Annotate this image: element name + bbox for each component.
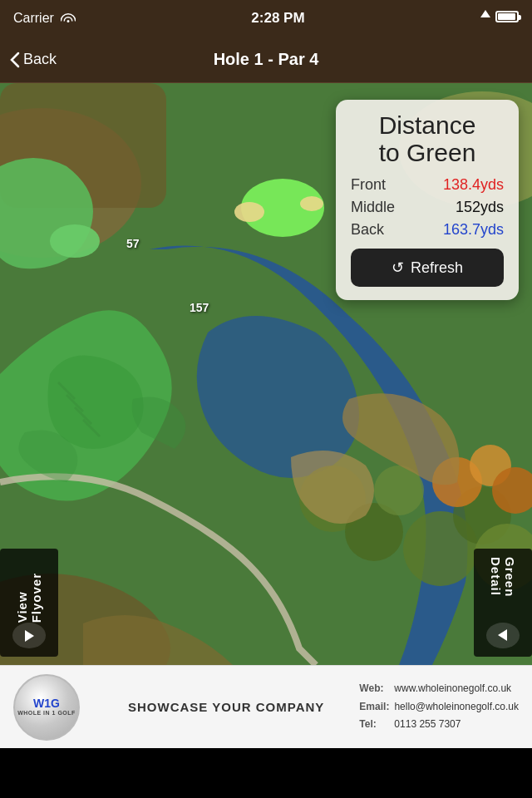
email-label: Email:	[359, 698, 389, 717]
map-area: 57 157 Distanceto Green Front 138.4yds M…	[0, 83, 532, 665]
location-icon	[480, 10, 490, 27]
distance-title: Distanceto Green	[351, 111, 504, 166]
back-distance-row: Back 163.7yds	[351, 221, 504, 239]
bottom-buttons: View Flyover Green Detail	[0, 549, 532, 665]
back-label: Back	[351, 221, 384, 239]
front-distance-row: Front 138.4yds	[351, 176, 504, 194]
carrier-label: Carrier	[13, 11, 54, 26]
footer: W1G WHOLE IN 1 GOLF SHOWCASE YOUR COMPAN…	[0, 665, 532, 748]
back-label: Back	[23, 51, 57, 68]
middle-label: Middle	[351, 199, 395, 216]
footer-contact: Web: www.wholeinonegolf.co.uk Email: hel…	[359, 680, 519, 734]
play-icon	[12, 623, 46, 648]
logo-sub: WHOLE IN 1 GOLF	[17, 710, 76, 717]
nav-title: Hole 1 - Par 4	[214, 50, 319, 69]
refresh-button[interactable]: ↺ Refresh	[351, 249, 504, 287]
logo-w1g: W1G	[17, 697, 76, 710]
green-detail-label: Green Detail	[489, 557, 517, 623]
svg-marker-18	[498, 629, 507, 641]
back-button[interactable]: Back	[10, 51, 57, 68]
wifi-icon	[61, 11, 76, 26]
svg-marker-17	[25, 630, 34, 642]
refresh-label: Refresh	[411, 259, 463, 277]
svg-point-7	[300, 196, 323, 211]
back-value: 163.7yds	[443, 221, 504, 239]
middle-distance-row: Middle 152yds	[351, 199, 504, 216]
nav-bar: Back Hole 1 - Par 4	[0, 37, 532, 83]
tel-label: Tel:	[359, 716, 389, 734]
footer-tagline: SHOWCASE YOUR COMPANY	[93, 700, 359, 714]
front-value: 138.4yds	[443, 176, 504, 194]
view-flyover-button[interactable]: View Flyover	[0, 549, 58, 657]
green-detail-button[interactable]: Green Detail	[474, 549, 532, 657]
footer-logo: W1G WHOLE IN 1 GOLF	[13, 674, 80, 741]
flyover-label: View Flyover	[15, 557, 43, 623]
status-bar: Carrier 2:28 PM	[0, 0, 532, 37]
battery-icon	[495, 11, 519, 26]
svg-point-4	[50, 224, 100, 258]
web-label: Web:	[359, 680, 389, 698]
status-time: 2:28 PM	[251, 10, 304, 27]
left-arrow-icon	[486, 623, 520, 648]
middle-value: 152yds	[456, 199, 504, 216]
refresh-icon: ↺	[392, 259, 404, 277]
email-value: hello@wholeinonegolf.co.uk	[394, 698, 519, 717]
yardage-157: 157	[190, 301, 209, 314]
web-value: www.wholeinonegolf.co.uk	[394, 680, 511, 698]
svg-point-6	[234, 202, 264, 222]
tel-value: 0113 255 7307	[394, 716, 461, 734]
yardage-57: 57	[126, 237, 140, 250]
distance-card: Distanceto Green Front 138.4yds Middle 1…	[336, 100, 519, 300]
front-label: Front	[351, 176, 386, 194]
